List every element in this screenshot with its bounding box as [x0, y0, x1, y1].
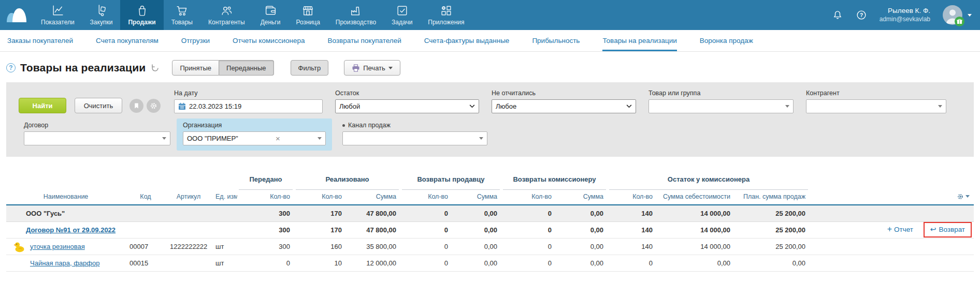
print-button[interactable]: Печать	[344, 60, 400, 76]
bell-icon[interactable]	[832, 9, 843, 21]
avatar[interactable]	[943, 5, 962, 25]
tab-goods-on-consignment[interactable]: Товары на реализации	[602, 30, 676, 51]
tab-customer-orders[interactable]: Заказы покупателей	[7, 30, 73, 51]
nav-item-label: Закупки	[90, 19, 113, 26]
user-menu[interactable]: Рылеев К. Ф. admin@sevkavlab	[880, 7, 930, 23]
counterparty-label: Контрагент	[806, 90, 946, 97]
nav-item-counterparties[interactable]: Контрагенты	[200, 0, 253, 30]
cell: 47 800,00	[346, 221, 400, 238]
shopping-bag-icon	[136, 4, 149, 17]
not-reported-select[interactable]: Любое	[492, 99, 636, 113]
user-email: admin@sevkavlab	[880, 16, 930, 23]
organization-value: ООО "ПРИМЕР"	[187, 135, 238, 142]
filter-on-date: На дату 22.03.2023 15:19	[168, 86, 329, 118]
hand-truck-icon	[95, 4, 108, 17]
chevron-down-icon	[469, 105, 475, 108]
nav-item-retail[interactable]: Розница	[288, 0, 327, 30]
table-row-product-teacup[interactable]: Чайная пара, фарфор 00015 шт 0 10 12 000…	[6, 255, 974, 271]
calendar-icon	[178, 102, 186, 110]
clear-organization-icon[interactable]: ×	[273, 135, 283, 142]
col-qty-sold: Кол-во	[294, 190, 346, 205]
table-row-group-goose[interactable]: ООО "Гусь" 300 170 47 800,00 0 0,00 0 0,…	[6, 205, 974, 221]
counterparty-combobox[interactable]	[806, 99, 946, 113]
stock-select[interactable]: Любой	[335, 99, 479, 113]
filter-panel: Найти Очистить На дату 22.03.2023 15:19	[6, 82, 974, 157]
accepted-button[interactable]: Принятые	[172, 60, 219, 76]
filter-row-1: Найти Очистить На дату 22.03.2023 15:19	[18, 86, 962, 118]
cell: 25 200,00	[734, 238, 810, 255]
on-date-label: На дату	[174, 90, 323, 97]
people-icon	[220, 4, 233, 17]
cell: 0	[400, 238, 452, 255]
clear-button[interactable]: Очистить	[75, 98, 122, 113]
nav-item-label: Показатели	[41, 19, 75, 26]
nav-item-goods[interactable]: Товары	[164, 0, 200, 30]
table-row-contract[interactable]: Договор №91 от 29.09.2022 300 170 47 800…	[6, 221, 974, 238]
tab-customer-invoices[interactable]: Счета покупателям	[96, 30, 158, 51]
cell-unit: шт	[211, 238, 237, 255]
return-action-link[interactable]: ↩Возврат	[930, 226, 965, 233]
applied-filter-dot-icon	[342, 124, 345, 127]
nav-item-sales[interactable]: Продажи	[120, 0, 163, 30]
cell: 47 800,00	[346, 205, 400, 221]
nav-item-indicators[interactable]: Показатели	[33, 0, 82, 30]
cell: 0,00	[734, 255, 810, 271]
app-logo[interactable]	[0, 0, 33, 30]
organization-combobox[interactable]: ООО "ПРИМЕР" ×	[183, 131, 326, 145]
sales-channel-combobox[interactable]	[342, 131, 487, 145]
nav-item-label: Контрагенты	[208, 19, 245, 26]
not-reported-value: Любое	[496, 102, 516, 110]
tab-shipments[interactable]: Отгрузки	[181, 30, 210, 51]
tab-issued-invoices[interactable]: Счета-фактуры выданные	[424, 30, 510, 51]
col-planned-sales-sum: План. сумма продаж	[734, 190, 810, 205]
col-code: Код	[125, 190, 166, 205]
help-icon[interactable]: ?	[856, 9, 867, 21]
nav-item-production[interactable]: Производство	[328, 0, 384, 30]
nav-item-money[interactable]: Деньги	[253, 0, 289, 30]
cell: 0	[400, 205, 452, 221]
contract-link[interactable]: Договор №91 от 29.09.2022	[26, 226, 116, 234]
checkbox-icon	[396, 4, 409, 17]
bookmark-button[interactable]	[129, 99, 143, 113]
cell: 0	[237, 255, 294, 271]
nav-item-label: Задачи	[392, 19, 412, 26]
filter-product-group: Товар или группа	[642, 86, 800, 118]
filter-settings-button[interactable]	[147, 99, 161, 113]
table-column-header-row: Наименование Код Артикул Ед. изм. Кол-во…	[6, 190, 974, 205]
printer-icon	[352, 64, 360, 72]
nav-item-tasks[interactable]: Задачи	[384, 0, 420, 30]
find-button[interactable]: Найти	[19, 98, 66, 113]
plus-icon: +	[887, 225, 892, 233]
filter-button[interactable]: Фильтр	[291, 60, 329, 76]
col-sum-sold: Сумма	[346, 190, 400, 205]
page-help-icon[interactable]: ?	[6, 63, 16, 72]
on-date-input[interactable]: 22.03.2023 15:19	[174, 99, 323, 113]
report-action-link[interactable]: +Отчет	[887, 226, 913, 233]
gift-badge-icon	[955, 17, 964, 26]
product-group-combobox[interactable]	[648, 99, 794, 113]
refresh-icon[interactable]	[151, 64, 160, 72]
cell: 0,00	[452, 255, 501, 271]
filter-sales-channel: Канал продаж	[336, 118, 494, 151]
tab-profitability[interactable]: Прибыльность	[532, 30, 580, 51]
cell: 0,00	[556, 255, 608, 271]
product-link[interactable]: Чайная пара, фарфор	[30, 259, 99, 267]
contract-combobox[interactable]	[24, 131, 170, 145]
transferred-button[interactable]: Переданные	[219, 60, 274, 76]
user-dropdown-caret-icon[interactable]	[968, 14, 972, 17]
table-row-product-duck[interactable]: уточка резиновая 00007 1222222222 шт 300…	[6, 238, 974, 255]
page-title-bar: ? Товары на реализации Принятые Переданн…	[0, 52, 980, 82]
topbar-right-controls: ? Рылеев К. Ф. admin@sevkavlab	[832, 0, 980, 30]
tab-commission-reports[interactable]: Отчеты комиссионера	[233, 30, 305, 51]
cell: 0	[608, 255, 657, 271]
tab-customer-returns[interactable]: Возвраты покупателей	[327, 30, 401, 51]
nav-item-purchases[interactable]: Закупки	[82, 0, 121, 30]
cell: 0	[400, 221, 452, 238]
column-settings-button[interactable]	[814, 193, 970, 200]
report-action-label: Отчет	[894, 226, 913, 233]
group-header-transferred: Передано	[237, 174, 294, 190]
product-link[interactable]: уточка резиновая	[30, 243, 85, 250]
nav-item-apps[interactable]: Приложения	[420, 0, 472, 30]
tab-sales-funnel[interactable]: Воронка продаж	[700, 30, 753, 51]
cell-article	[166, 255, 211, 271]
